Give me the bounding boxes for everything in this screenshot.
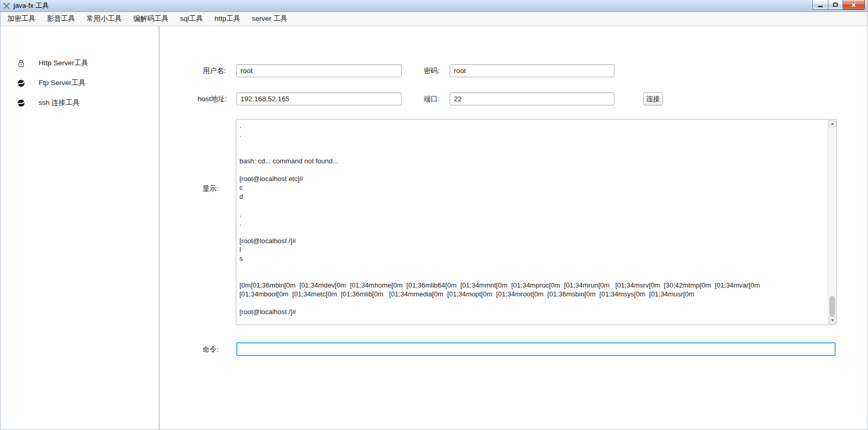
scrollbar-thumb[interactable] — [829, 296, 835, 317]
username-label: 用户名: — [163, 64, 226, 77]
port-input[interactable] — [450, 92, 614, 105]
menu-item-common-tools[interactable]: 常用小工具 — [81, 12, 128, 26]
minimize-icon — [818, 6, 823, 7]
menu-item-http-tools[interactable]: http工具 — [209, 12, 246, 26]
sidebar: Http Server工具 Ftp Server工具 ssh 连接工具 — [0, 26, 160, 430]
password-input[interactable] — [450, 64, 614, 77]
close-icon: × — [851, 1, 856, 9]
minimize-button[interactable] — [812, 0, 828, 10]
window-controls: × — [812, 0, 865, 10]
triangle-down-icon — [831, 319, 834, 321]
sidebar-item-label: Ftp Server工具 — [39, 78, 86, 88]
menu-bar: 加密工具 影音工具 常用小工具 编解码工具 sql工具 http工具 serve… — [0, 12, 868, 26]
vertical-scrollbar[interactable] — [828, 120, 836, 324]
display-textarea[interactable]: . . bash: cd..: command not found... [ro… — [236, 119, 837, 325]
terminal-output: . . bash: cd..: command not found... [ro… — [236, 120, 827, 325]
sidebar-item-http-server[interactable]: Http Server工具 — [0, 55, 159, 71]
menu-item-media-tools[interactable]: 影音工具 — [41, 12, 81, 26]
maximize-button[interactable] — [828, 0, 843, 10]
username-input[interactable] — [236, 64, 402, 77]
padlock-icon — [17, 59, 25, 67]
titlebar[interactable]: java-fx 工具 × — [0, 0, 868, 12]
menu-item-server-tools[interactable]: server 工具 — [246, 12, 293, 26]
password-label: 密码: — [388, 64, 440, 77]
maximize-icon — [833, 3, 838, 7]
window-title: java-fx 工具 — [14, 1, 49, 10]
app-icon — [3, 2, 10, 10]
sphere-icon — [17, 79, 25, 87]
sidebar-item-ssh[interactable]: ssh 连接工具 — [0, 95, 159, 111]
close-button[interactable]: × — [843, 0, 865, 10]
sidebar-item-label: Http Server工具 — [39, 58, 88, 68]
host-label: host地址: — [163, 92, 227, 105]
triangle-up-icon — [831, 123, 834, 125]
menu-item-codec-tools[interactable]: 编解码工具 — [128, 12, 175, 26]
command-label: 命令: — [163, 345, 219, 354]
command-input[interactable] — [236, 342, 836, 356]
scroll-up-button[interactable] — [829, 120, 836, 127]
port-label: 端口: — [388, 92, 440, 105]
sidebar-item-ftp-server[interactable]: Ftp Server工具 — [0, 75, 159, 91]
menu-item-encryption-tools[interactable]: 加密工具 — [2, 12, 41, 26]
sphere-icon — [17, 99, 25, 107]
host-input[interactable] — [236, 92, 402, 105]
connect-button[interactable]: 连接 — [643, 92, 663, 105]
display-label: 显示: — [163, 184, 219, 193]
menu-item-sql-tools[interactable]: sql工具 — [174, 12, 209, 26]
scroll-down-button[interactable] — [829, 317, 836, 324]
sidebar-item-label: ssh 连接工具 — [39, 98, 80, 108]
